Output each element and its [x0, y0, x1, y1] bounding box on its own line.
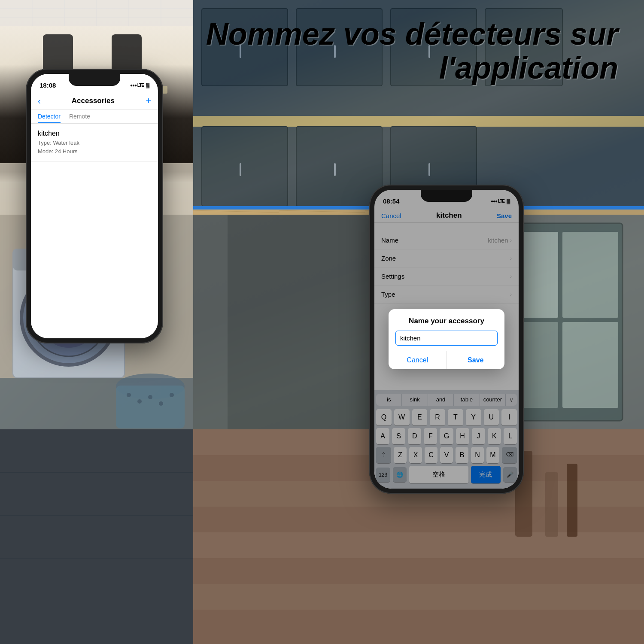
tab-bar-left: Detector Remote [31, 109, 158, 124]
nav-bar-left: ‹ Accessories + [31, 93, 158, 109]
device-name-kitchen: kitchen [38, 130, 151, 137]
status-icons-left: ●●● LTE ▓ [130, 82, 149, 88]
status-time-left: 18:08 [39, 82, 56, 89]
phone-right-frame: 08:54 ●●● LTE ▓ Cancel kitchen Save Name… [369, 185, 524, 494]
phone-left-frame: 18:08 ●●● LTE ▓ ‹ Accessories + Detector… [26, 69, 163, 343]
svg-point-57 [159, 401, 163, 406]
svg-point-54 [127, 393, 131, 397]
svg-rect-64 [562, 322, 618, 408]
dialog-buttons: Cancel Save [389, 351, 504, 369]
svg-rect-53 [116, 386, 185, 428]
device-type-value: Water leak [53, 140, 79, 146]
tab-detector[interactable]: Detector [38, 113, 61, 123]
dialog-name-input[interactable] [395, 331, 498, 346]
dialog-title: Name your accessory [389, 309, 504, 329]
svg-rect-79 [545, 472, 558, 537]
device-item-kitchen[interactable]: kitchen Type: Water leak Mode: 24 Hours [31, 124, 158, 162]
device-mode-info: Mode: 24 Hours [38, 147, 151, 156]
svg-rect-30 [193, 116, 644, 127]
dialog-cancel-button[interactable]: Cancel [389, 351, 447, 369]
svg-rect-65 [193, 215, 228, 429]
bg-bottom-left [0, 429, 193, 644]
phone-left-screen: 18:08 ●●● LTE ▓ ‹ Accessories + Detector… [31, 74, 158, 338]
svg-rect-69 [0, 429, 193, 644]
svg-point-55 [137, 399, 142, 404]
device-info-kitchen: Type: Water leak [38, 139, 151, 147]
phone-right-screen: 08:54 ●●● LTE ▓ Cancel kitchen Save Name… [374, 190, 519, 489]
device-mode-value: 24 Hours [55, 148, 78, 155]
svg-rect-31 [202, 127, 288, 206]
svg-rect-62 [562, 232, 618, 318]
svg-rect-35 [334, 163, 336, 176]
device-mode-label: Mode: [38, 148, 55, 155]
device-type-label: Type: [38, 140, 53, 146]
phone-left: 18:08 ●●● LTE ▓ ‹ Accessories + Detector… [26, 69, 163, 343]
dialog-overlay: Name your accessory Cancel Save [374, 190, 519, 489]
svg-rect-36 [428, 163, 430, 176]
svg-rect-80 [567, 464, 577, 537]
svg-rect-34 [240, 163, 241, 176]
phone-right: 08:54 ●●● LTE ▓ Cancel kitchen Save Name… [369, 185, 524, 494]
back-button-left[interactable]: ‹ [38, 96, 41, 106]
signal-icon-left: ●●● LTE [130, 83, 144, 88]
dialog-save-button[interactable]: Save [447, 351, 505, 369]
battery-icon-left: ▓ [146, 82, 149, 88]
nav-title-left: Accessories [72, 97, 115, 105]
notch-left [69, 74, 120, 86]
header-title-line2: l'application [206, 51, 618, 85]
svg-point-56 [148, 395, 152, 399]
svg-rect-77 [193, 584, 644, 610]
header-section: Nommez vos détecteurs sur l'application [206, 17, 618, 85]
add-button-left[interactable]: + [146, 95, 151, 106]
tab-remote[interactable]: Remote [69, 113, 90, 123]
header-title-line1: Nommez vos détecteurs sur [206, 17, 618, 51]
dialog-box: Name your accessory Cancel Save [389, 309, 504, 369]
svg-point-58 [170, 393, 174, 397]
